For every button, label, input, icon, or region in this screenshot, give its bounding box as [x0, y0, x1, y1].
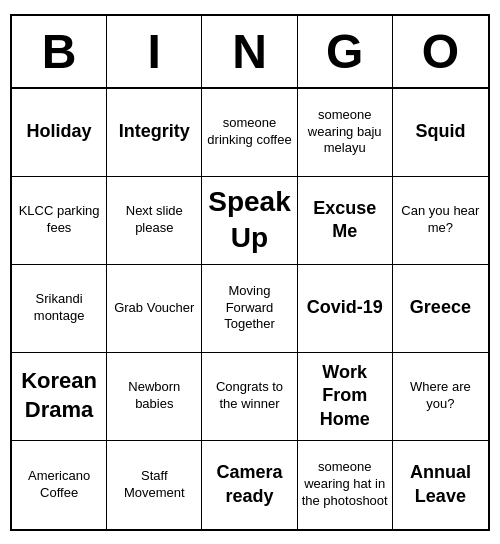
bingo-cell-24: Annual Leave: [393, 441, 488, 529]
bingo-cell-7: Speak Up: [202, 177, 297, 265]
bingo-cell-18: Work From Home: [298, 353, 393, 441]
bingo-cell-1: Integrity: [107, 89, 202, 177]
cell-text-23: someone wearing hat in the photoshoot: [302, 459, 388, 510]
cell-text-8: Excuse Me: [302, 197, 388, 244]
bingo-letter-n: N: [202, 16, 297, 87]
bingo-cell-16: Newborn babies: [107, 353, 202, 441]
cell-text-16: Newborn babies: [111, 379, 197, 413]
bingo-cell-23: someone wearing hat in the photoshoot: [298, 441, 393, 529]
bingo-cell-20: Americano Coffee: [12, 441, 107, 529]
cell-text-24: Annual Leave: [397, 461, 484, 508]
cell-text-6: Next slide please: [111, 203, 197, 237]
bingo-cell-4: Squid: [393, 89, 488, 177]
bingo-cell-13: Covid-19: [298, 265, 393, 353]
bingo-cell-3: someone wearing baju melayu: [298, 89, 393, 177]
cell-text-18: Work From Home: [302, 361, 388, 431]
bingo-cell-19: Where are you?: [393, 353, 488, 441]
cell-text-1: Integrity: [119, 120, 190, 143]
cell-text-10: Srikandi montage: [16, 291, 102, 325]
cell-text-9: Can you hear me?: [397, 203, 484, 237]
bingo-card: BINGO HolidayIntegritysomeone drinking c…: [10, 14, 490, 531]
bingo-cell-6: Next slide please: [107, 177, 202, 265]
bingo-cell-11: Grab Voucher: [107, 265, 202, 353]
bingo-cell-21: Staff Movement: [107, 441, 202, 529]
cell-text-21: Staff Movement: [111, 468, 197, 502]
cell-text-19: Where are you?: [397, 379, 484, 413]
cell-text-4: Squid: [415, 120, 465, 143]
cell-text-15: Korean Drama: [16, 367, 102, 424]
cell-text-0: Holiday: [27, 120, 92, 143]
cell-text-5: KLCC parking fees: [16, 203, 102, 237]
bingo-header: BINGO: [12, 16, 488, 89]
bingo-cell-5: KLCC parking fees: [12, 177, 107, 265]
bingo-cell-12: Moving Forward Together: [202, 265, 297, 353]
bingo-letter-b: B: [12, 16, 107, 87]
bingo-cell-14: Greece: [393, 265, 488, 353]
cell-text-17: Congrats to the winner: [206, 379, 292, 413]
cell-text-13: Covid-19: [307, 296, 383, 319]
cell-text-2: someone drinking coffee: [206, 115, 292, 149]
bingo-cell-17: Congrats to the winner: [202, 353, 297, 441]
bingo-cell-8: Excuse Me: [298, 177, 393, 265]
bingo-letter-g: G: [298, 16, 393, 87]
bingo-cell-9: Can you hear me?: [393, 177, 488, 265]
bingo-letter-i: I: [107, 16, 202, 87]
bingo-cell-0: Holiday: [12, 89, 107, 177]
bingo-cell-22: Camera ready: [202, 441, 297, 529]
cell-text-11: Grab Voucher: [114, 300, 194, 317]
cell-text-7: Speak Up: [206, 184, 292, 257]
cell-text-20: Americano Coffee: [16, 468, 102, 502]
bingo-grid: HolidayIntegritysomeone drinking coffees…: [12, 89, 488, 529]
cell-text-14: Greece: [410, 296, 471, 319]
cell-text-12: Moving Forward Together: [206, 283, 292, 334]
bingo-letter-o: O: [393, 16, 488, 87]
bingo-cell-15: Korean Drama: [12, 353, 107, 441]
bingo-cell-10: Srikandi montage: [12, 265, 107, 353]
cell-text-3: someone wearing baju melayu: [302, 107, 388, 158]
cell-text-22: Camera ready: [206, 461, 292, 508]
bingo-cell-2: someone drinking coffee: [202, 89, 297, 177]
